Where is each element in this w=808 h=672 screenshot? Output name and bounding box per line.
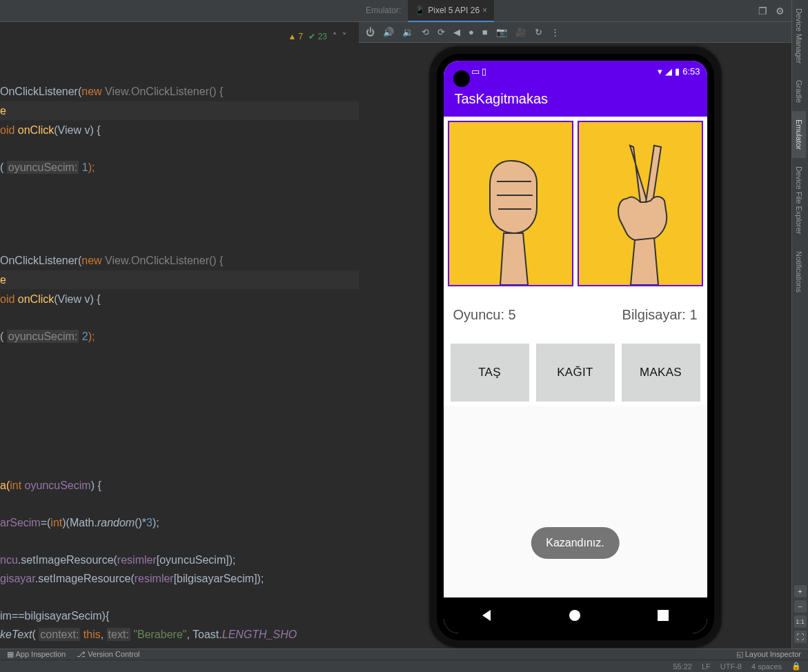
status-icon: ▭ ▯ [471, 66, 487, 77]
status-bar: ▭ ▯ ▾ ◢ ▮ 6:53 [444, 61, 707, 81]
back-icon[interactable]: ◀ [453, 27, 460, 37]
toast-message: Kazandınız. [531, 527, 620, 559]
scissors-button[interactable]: MAKAS [622, 344, 700, 402]
device-manager-tool[interactable]: Device Manager [792, 0, 806, 72]
layout-inspector-tool[interactable]: ◱ Layout Inspector [736, 650, 808, 659]
signal-icon: ◢ [665, 66, 672, 77]
record-icon[interactable]: 🎥 [515, 27, 526, 37]
indent[interactable]: 4 spaces [751, 662, 782, 671]
emulator-tool[interactable]: Emulator [792, 111, 806, 158]
emulator-tab[interactable]: 📱 Pixel 5 API 26 × [408, 0, 494, 22]
volume-up-icon[interactable]: 🔊 [383, 27, 394, 37]
status-bar-ide: 55:22 LF UTF-8 4 spaces 🔒 [0, 660, 808, 672]
wifi-icon: ▾ [658, 66, 662, 77]
svg-marker-0 [482, 610, 491, 621]
emulator-label: Emulator: [359, 0, 408, 22]
rotate-right-icon[interactable]: ⟳ [437, 27, 445, 37]
ok-icon[interactable]: ✔ 23 [308, 32, 327, 41]
window-restore-icon[interactable]: ❐ [758, 6, 767, 17]
rotate-left-icon[interactable]: ⟲ [422, 27, 429, 37]
cpu-hand-image [578, 121, 703, 286]
nav-back-icon[interactable] [480, 608, 495, 623]
app-bar-title: TasKagitmakas [444, 81, 707, 117]
warning-icon[interactable]: ▲ 7 [288, 32, 303, 41]
home-icon[interactable]: ● [469, 27, 474, 37]
paper-button[interactable]: KAĞIT [536, 344, 615, 402]
version-control-tool[interactable]: ⎇ Version Control [77, 650, 139, 659]
notifications-tool[interactable]: Notifications [792, 243, 806, 301]
device-file-explorer-tool[interactable]: Device File Explorer [792, 158, 806, 242]
svg-rect-2 [658, 610, 669, 621]
nav-up-icon[interactable]: ˄ [333, 32, 337, 41]
code-area[interactable]: OnClickListener(new View.OnClickListener… [0, 63, 359, 644]
power-icon[interactable]: ⏻ [366, 27, 375, 37]
zoom-out-button[interactable]: − [794, 600, 807, 613]
nav-home-icon[interactable] [567, 608, 582, 623]
player-score: Oyuncu: 5 [453, 307, 516, 323]
gradle-tool[interactable]: Gradle [792, 72, 806, 111]
volume-down-icon[interactable]: 🔉 [402, 27, 413, 37]
encoding[interactable]: UTF-8 [720, 662, 742, 671]
rock-button[interactable]: TAŞ [451, 344, 529, 402]
code-editor[interactable]: ▲ 7 ✔ 23 ˄ ˅ OnClickListener(new View.On… [0, 22, 359, 649]
close-tab-icon[interactable]: × [482, 6, 487, 15]
phone-icon: 📱 [415, 6, 425, 15]
android-nav-bar [444, 597, 707, 633]
overview-icon[interactable]: ■ [482, 27, 488, 37]
nav-down-icon[interactable]: ˅ [342, 32, 346, 41]
svg-point-1 [569, 610, 580, 621]
device-frame: ▭ ▯ ▾ ◢ ▮ 6:53 TasKagitmakas [430, 47, 721, 647]
status-time: 6:53 [682, 66, 700, 77]
zoom-in-button[interactable]: + [794, 585, 807, 597]
snapshot-icon[interactable]: ↻ [535, 27, 542, 37]
player-hand-image [448, 121, 573, 286]
battery-icon: ▮ [675, 66, 680, 77]
screenshot-icon[interactable]: 📷 [496, 27, 507, 37]
emulator-toolbar: ⏻ 🔊 🔉 ⟲ ⟳ ◀ ● ■ 📷 🎥 ↻ ⋮ [359, 22, 791, 43]
more-icon[interactable]: ⋮ [551, 27, 560, 37]
caret-position[interactable]: 55:22 [673, 662, 692, 671]
zoom-fit-button[interactable]: ⛶ [794, 631, 807, 643]
settings-icon[interactable]: ⚙ [776, 6, 785, 17]
app-inspection-tool[interactable]: ▦ App Inspection [7, 650, 66, 659]
nav-overview-icon[interactable] [656, 608, 671, 623]
emulator-tab-label: Pixel 5 API 26 [428, 6, 480, 15]
line-separator[interactable]: LF [702, 662, 711, 671]
cpu-score: Bilgisayar: 1 [622, 307, 698, 323]
zoom-actual-button[interactable]: 1:1 [794, 615, 807, 628]
camera-punch-hole [453, 70, 470, 87]
lock-icon[interactable]: 🔒 [791, 662, 801, 671]
